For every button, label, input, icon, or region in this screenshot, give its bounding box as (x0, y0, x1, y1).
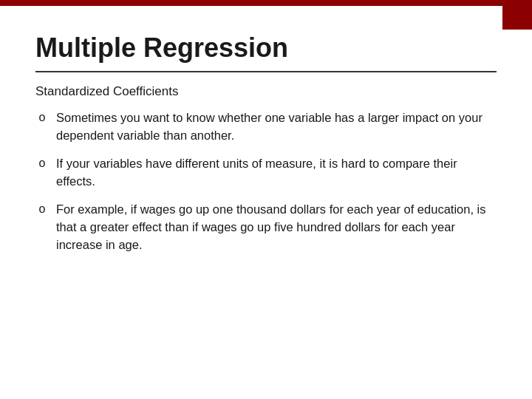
bullet-marker-3: o (35, 202, 49, 216)
section-header: Standardized Coefficients (35, 84, 497, 99)
top-bar (0, 0, 532, 6)
bullet-text-1: Sometimes you want to know whether one v… (56, 109, 497, 145)
slide: Multiple Regression Standardized Coeffic… (0, 0, 532, 399)
slide-content: Multiple Regression Standardized Coeffic… (0, 6, 532, 399)
list-item: o If your variables have different units… (35, 155, 497, 191)
bullet-marker-1: o (35, 111, 49, 124)
title-divider (35, 71, 497, 72)
list-item: o Sometimes you want to know whether one… (35, 109, 497, 145)
list-item: o For example, if wages go up one thousa… (35, 201, 497, 254)
bullet-text-3: For example, if wages go up one thousand… (56, 201, 497, 254)
slide-title: Multiple Regression (35, 33, 497, 64)
bullet-list: o Sometimes you want to know whether one… (35, 109, 497, 253)
bullet-marker-2: o (35, 157, 49, 170)
bullet-text-2: If your variables have different units o… (56, 155, 497, 191)
corner-box (502, 0, 532, 30)
